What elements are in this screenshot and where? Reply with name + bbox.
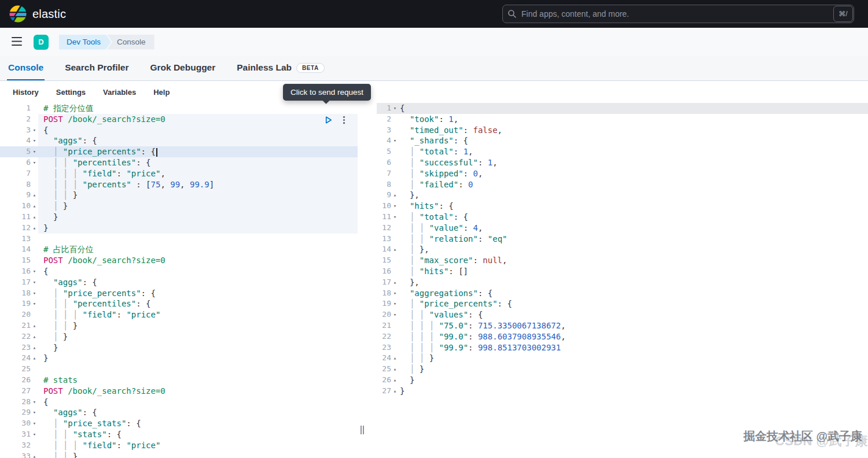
editor-line[interactable]: 14# 占比百分位	[0, 244, 358, 255]
editor-line[interactable]: 29▾ "aggs": {	[0, 407, 358, 418]
editor-line[interactable]: 3▾{	[0, 125, 358, 136]
code-line[interactable]: "_shards": {	[399, 135, 868, 146]
code-line[interactable]: │ }	[38, 201, 358, 212]
fold-toggle-icon[interactable]: ▴	[31, 201, 38, 212]
gutter[interactable]: 33▴	[0, 451, 38, 458]
response-line[interactable]: 22 │ │ │ "99.0": 988.6037908935546,	[377, 331, 868, 342]
code-line[interactable]: POST /book/_search?size=0	[38, 255, 358, 266]
gutter[interactable]: 10▴	[0, 201, 38, 212]
gutter[interactable]: 2	[377, 114, 399, 125]
response-line[interactable]: 19▾ │ "price_percents": {	[377, 298, 868, 309]
code-line[interactable]: │ │ "stats": {	[38, 429, 358, 440]
gutter[interactable]: 12	[377, 223, 399, 234]
code-line[interactable]: "hits": {	[399, 201, 868, 212]
gutter[interactable]: 21	[377, 320, 399, 331]
editor-line[interactable]: 12▴}	[0, 223, 358, 234]
code-line[interactable]: │ │ "percentiles": {	[38, 298, 358, 309]
gutter[interactable]: 5	[377, 146, 399, 157]
gutter[interactable]: 7	[0, 168, 38, 179]
gutter[interactable]: 9▴	[377, 190, 399, 201]
code-line[interactable]: },	[399, 277, 868, 288]
gutter[interactable]: 30▾	[0, 418, 38, 429]
code-line[interactable]: {	[38, 125, 358, 136]
response-line[interactable]: 12 │ │ "value": 4,	[377, 223, 868, 234]
code-line[interactable]: "timed_out": false,	[399, 125, 868, 136]
code-line[interactable]: }	[38, 223, 358, 234]
gutter[interactable]: 20▾	[377, 309, 399, 320]
editor-line[interactable]: 21▴ │ │ }	[0, 320, 358, 331]
breadcrumb-dev-tools[interactable]: Dev Tools	[59, 35, 111, 50]
gutter[interactable]: 8	[0, 179, 38, 190]
code-line[interactable]: }	[38, 353, 358, 364]
code-line[interactable]: │ │ │ "field": "price"	[38, 440, 358, 451]
send-request-button[interactable]	[323, 114, 333, 125]
gutter[interactable]: 4▾	[0, 135, 38, 146]
elastic-home-link[interactable]: elastic	[9, 5, 66, 23]
gutter[interactable]: 16▾	[0, 266, 38, 277]
gutter[interactable]: 6▾	[0, 157, 38, 168]
fold-toggle-icon[interactable]: ▴	[391, 277, 399, 288]
gutter[interactable]: 13	[377, 234, 399, 245]
fold-toggle-icon[interactable]: ▾	[391, 309, 399, 320]
editor-line[interactable]: 1# 指定分位值	[0, 103, 358, 114]
code-line[interactable]: }	[399, 375, 868, 386]
response-line[interactable]: 25▴ │ }	[377, 364, 868, 375]
gutter[interactable]: 19▾	[0, 298, 38, 309]
space-avatar[interactable]: D	[34, 35, 49, 50]
code-line[interactable]: │ │ "relation": "eq"	[399, 234, 868, 245]
gutter[interactable]: 23▴	[0, 342, 38, 353]
editor-line[interactable]: 2POST /book/_search?size=0	[0, 114, 358, 125]
gutter[interactable]: 27▴	[377, 386, 399, 397]
gutter[interactable]: 3	[377, 125, 399, 136]
fold-toggle-icon[interactable]: ▴	[391, 190, 399, 201]
code-line[interactable]: │ │ │ "percents" : [75, 99, 99.9]	[38, 179, 358, 190]
code-line[interactable]: │ "max_score": null,	[399, 255, 868, 266]
gutter[interactable]: 1▾	[377, 103, 399, 114]
editor-line[interactable]: 24▴}	[0, 353, 358, 364]
editor-line[interactable]: 10▴ │ }	[0, 201, 358, 212]
response-line[interactable]: 15 │ "max_score": null,	[377, 255, 868, 266]
response-line[interactable]: 9▴ },	[377, 190, 868, 201]
code-line[interactable]	[38, 364, 358, 375]
code-line[interactable]: }	[38, 342, 358, 353]
response-line[interactable]: 7 │ "skipped": 0,	[377, 168, 868, 179]
code-line[interactable]: │ │ │ "field": "price",	[38, 168, 358, 179]
response-line[interactable]: 6 │ "successful": 1,	[377, 157, 868, 168]
fold-toggle-icon[interactable]: ▾	[31, 277, 38, 288]
editor-line[interactable]: 16▾{	[0, 266, 358, 277]
gutter[interactable]: 32	[0, 440, 38, 451]
response-viewer[interactable]: 1▾{2 "took": 1,3 "timed_out": false,4▾ "…	[377, 103, 868, 458]
editor-line[interactable]: 4▾ "aggs": {	[0, 135, 358, 146]
editor-line[interactable]: 25	[0, 364, 358, 375]
editor-line[interactable]: 19▾ │ │ "percentiles": {	[0, 298, 358, 309]
code-line[interactable]: │ │ }	[38, 190, 358, 201]
code-line[interactable]: │ },	[399, 244, 868, 255]
fold-toggle-icon[interactable]: ▾	[31, 288, 38, 299]
editor-line[interactable]: 30▾ │ "price_stats": {	[0, 418, 358, 429]
response-line[interactable]: 18▾ "aggregations": {	[377, 288, 868, 299]
code-line[interactable]: POST /book/_search?size=0	[38, 386, 358, 397]
pane-resize-handle[interactable]	[361, 426, 364, 434]
code-line[interactable]: │ │ }	[38, 320, 358, 331]
code-line[interactable]: # stats	[38, 375, 358, 386]
fold-toggle-icon[interactable]: ▴	[391, 364, 399, 375]
fold-toggle-icon[interactable]: ▴	[31, 451, 38, 458]
editor-line[interactable]: 18▾ │ "price_percents": {	[0, 288, 358, 299]
gutter[interactable]: 14	[0, 244, 38, 255]
code-line[interactable]: # 指定分位值	[38, 103, 358, 114]
gutter[interactable]: 29▾	[0, 407, 38, 418]
editor-line[interactable]: 33▴ │ │ }	[0, 451, 358, 458]
code-line[interactable]: {	[38, 266, 358, 277]
gutter[interactable]: 25	[0, 364, 38, 375]
editor-line[interactable]: 22▴ │ }	[0, 331, 358, 342]
gutter[interactable]: 21▴	[0, 320, 38, 331]
code-line[interactable]: │ │ }	[399, 353, 868, 364]
fold-toggle-icon[interactable]: ▾	[391, 103, 399, 114]
fold-toggle-icon[interactable]: ▾	[31, 429, 38, 440]
fold-toggle-icon[interactable]: ▴	[391, 386, 399, 397]
variables-button[interactable]: Variables	[100, 86, 139, 99]
fold-toggle-icon[interactable]: ▾	[391, 135, 399, 146]
fold-toggle-icon[interactable]: ▾	[31, 266, 38, 277]
gutter[interactable]: 27	[0, 386, 38, 397]
editor-line[interactable]: 15POST /book/_search?size=0	[0, 255, 358, 266]
